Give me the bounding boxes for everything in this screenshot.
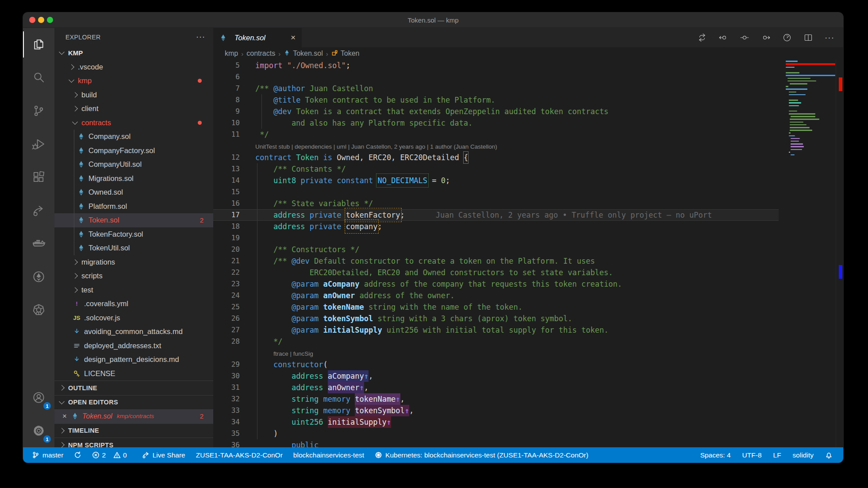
tree-item-client[interactable]: client <box>54 102 213 116</box>
code-line-8[interactable]: 8 @title Token contract to be used in th… <box>213 94 779 106</box>
code-line-17[interactable]: 17 address private tokenFactory;Juan Cas… <box>213 209 779 221</box>
code-line-24[interactable]: 24 @param anOwner address of the owner. <box>213 290 779 301</box>
line-number[interactable]: 9 <box>213 106 255 117</box>
call-graph-icon[interactable] <box>740 33 749 42</box>
activity-run-debug-icon[interactable] <box>23 127 54 161</box>
encoding-indicator[interactable]: UTF-8 <box>742 451 762 459</box>
tree-item-test[interactable]: test <box>54 283 213 297</box>
line-number[interactable]: 11 <box>213 129 255 140</box>
tree-item-scripts[interactable]: scripts <box>54 269 213 283</box>
live-share-button[interactable]: Live Share <box>142 451 185 459</box>
code-line-11[interactable]: 11 */ <box>213 129 779 140</box>
tree-item-avoiding-common-attacks-md[interactable]: avoiding_common_attacks.md <box>54 325 213 339</box>
code-line-26[interactable]: 26 @param tokenSymbol string with a 3 ch… <box>213 313 779 324</box>
code-line-22[interactable]: 22 ERC20Detailed, ERC20 and Owned constr… <box>213 267 779 278</box>
line-number[interactable]: 36 <box>213 439 255 447</box>
line-number[interactable]: 24 <box>213 290 255 301</box>
tree-item-migrations-sol[interactable]: Migrations.sol <box>54 172 213 186</box>
tree-item-tokenutil-sol[interactable]: TokenUtil.sol <box>54 241 213 255</box>
git-branch-indicator[interactable]: master <box>32 451 63 459</box>
activity-kubernetes-icon[interactable] <box>23 293 54 327</box>
indentation-indicator[interactable]: Spaces: 4 <box>700 451 731 459</box>
line-number[interactable]: 34 <box>213 416 255 428</box>
activity-ethereum-icon[interactable] <box>23 260 54 293</box>
code-line-28[interactable]: 28 */ <box>213 336 779 347</box>
codelens[interactable]: UnitTest stub | dependencies | uml | Jua… <box>213 140 779 152</box>
code-line-18[interactable]: 18 address private company; <box>213 221 779 232</box>
zoom-window-button[interactable] <box>47 17 53 23</box>
line-number[interactable]: 27 <box>213 324 255 336</box>
code-line-35[interactable]: 35 ) <box>213 428 779 439</box>
line-number[interactable]: 16 <box>213 198 255 209</box>
code-line-23[interactable]: 23 @param aCompany address of the compan… <box>213 278 779 290</box>
eol-indicator[interactable]: LF <box>773 451 781 459</box>
code-line-21[interactable]: 21 /** @dev Default constructor to creat… <box>213 255 779 267</box>
activity-search-icon[interactable] <box>23 61 54 94</box>
tree-item-vscode[interactable]: .vscode <box>54 60 213 74</box>
open-editor-item[interactable]: ×Token.solkmp/contracts2 <box>54 409 213 423</box>
section-timeline[interactable]: TIMELINE <box>54 423 213 438</box>
activity-live-share-icon[interactable] <box>23 194 54 227</box>
close-editor-icon[interactable]: × <box>61 412 69 421</box>
line-number[interactable]: 26 <box>213 313 255 324</box>
notifications-bell[interactable] <box>825 451 833 459</box>
line-number[interactable]: 31 <box>213 382 255 393</box>
line-number[interactable]: 20 <box>213 244 255 255</box>
code-line-5[interactable]: 5import "./Owned.sol"; <box>213 60 779 71</box>
breadcrumb-item-contracts[interactable]: contracts <box>246 50 275 58</box>
code-line-16[interactable]: 16 /** State variables */ <box>213 198 779 209</box>
tree-item-companyfactory-sol[interactable]: CompanyFactory.sol <box>54 144 213 158</box>
activity-docker-icon[interactable] <box>23 227 54 260</box>
more-actions-icon[interactable]: ··· <box>825 33 834 42</box>
section-outline[interactable]: OUTLINE <box>54 380 213 395</box>
split-editor-icon[interactable] <box>803 33 813 42</box>
code-line-33[interactable]: 33 string memory tokenSymbol↑, <box>213 405 779 416</box>
code-line-20[interactable]: 20 /** Constructors */ <box>213 244 779 255</box>
code-line-34[interactable]: 34 uint256 initialSupply↑ <box>213 416 779 428</box>
breadcrumb-item-token-sol[interactable]: Token.sol <box>284 50 323 58</box>
line-number[interactable]: 21 <box>213 255 255 267</box>
kubernetes-context[interactable]: Kubernetes: blockchainservices-test (ZUS… <box>375 451 588 459</box>
code-line-15[interactable]: 15 <box>213 186 779 198</box>
tree-item-kmp[interactable]: kmp <box>54 74 213 88</box>
activity-accounts-icon[interactable]: 1 <box>23 381 54 414</box>
code-line-7[interactable]: 7/** @author Juan Castellon <box>213 83 779 94</box>
compare-changes-icon[interactable] <box>697 33 707 42</box>
sync-indicator[interactable] <box>74 451 81 459</box>
code-line-25[interactable]: 25 @param tokenName string with the name… <box>213 301 779 313</box>
tree-item-company-sol[interactable]: Company.sol <box>54 130 213 144</box>
line-number[interactable]: 30 <box>213 370 255 382</box>
call-graph-back-icon[interactable] <box>718 33 728 42</box>
code-line-36[interactable]: 36 public <box>213 439 779 447</box>
close-tab-icon[interactable]: × <box>289 33 297 42</box>
section-open-editors[interactable]: OPEN EDITORS <box>54 395 213 410</box>
tree-item-contracts[interactable]: contracts <box>54 116 213 130</box>
line-number[interactable]: 29 <box>213 359 255 370</box>
close-window-button[interactable] <box>29 17 35 23</box>
activity-extensions-icon[interactable] <box>23 161 54 194</box>
code-line-10[interactable]: 10 and also has any Platform specific da… <box>213 117 779 129</box>
problems-indicator[interactable]: 20 <box>92 451 131 459</box>
tree-item-platform-sol[interactable]: Platform.sol <box>54 200 213 214</box>
code-line-19[interactable]: 19 <box>213 232 779 244</box>
tree-item-migrations[interactable]: migrations <box>54 255 213 269</box>
breadcrumb-item-token[interactable]: Token <box>331 50 360 58</box>
gauge-icon[interactable] <box>782 33 792 42</box>
tree-item-design-pattern-desicions-md[interactable]: design_pattern_desicions.md <box>54 353 213 367</box>
line-number[interactable]: 28 <box>213 336 255 347</box>
line-number[interactable]: 22 <box>213 267 255 278</box>
code-line-12[interactable]: 12contract Token is Owned, ERC20, ERC20D… <box>213 152 779 163</box>
breadcrumb-item-kmp[interactable]: kmp <box>225 50 238 58</box>
tree-item-deployed-addresses-txt[interactable]: deployed_addresses.txt <box>54 339 213 353</box>
minimize-window-button[interactable] <box>38 17 44 23</box>
code-line-32[interactable]: 32 string memory tokenName↑, <box>213 393 779 405</box>
line-number[interactable]: 23 <box>213 278 255 290</box>
line-number[interactable]: 33 <box>213 405 255 416</box>
line-number[interactable]: 25 <box>213 301 255 313</box>
language-mode[interactable]: solidity <box>793 451 814 459</box>
tree-item-token-sol[interactable]: Token.sol2 <box>54 213 213 227</box>
namespace-indicator[interactable]: blockchainservices-test <box>293 451 364 459</box>
code-line-13[interactable]: 13 /** Constants */ <box>213 163 779 175</box>
tree-item-companyutil-sol[interactable]: CompanyUtil.sol <box>54 158 213 172</box>
line-number[interactable]: 35 <box>213 428 255 439</box>
